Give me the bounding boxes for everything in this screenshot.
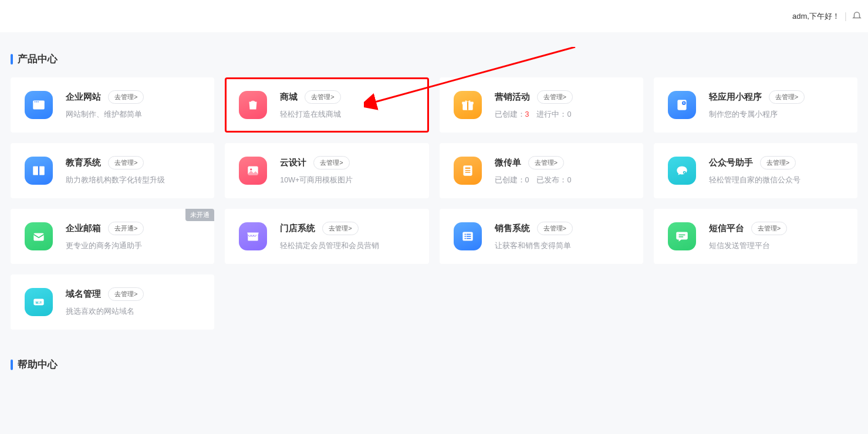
greeting-text: adm,下午好！ <box>792 11 840 22</box>
section-bar-icon <box>11 54 13 65</box>
book-icon <box>25 157 53 185</box>
manage-button[interactable]: 去管理> <box>322 222 358 235</box>
card-desc: 挑选喜欢的网站域名 <box>66 307 200 317</box>
card-title: 云设计 <box>280 157 306 168</box>
svg-rect-23 <box>466 236 471 237</box>
separator: | <box>845 11 847 22</box>
card-sms[interactable]: 短信平台 去管理> 短信发送管理平台 <box>654 209 857 264</box>
mail-icon <box>25 222 53 250</box>
card-marketing[interactable]: 营销活动 去管理> 已创建：3 进行中：0 <box>440 77 643 133</box>
section-title-text: 产品中心 <box>18 52 58 66</box>
topbar: adm,下午好！ | <box>0 0 868 32</box>
card-desc: 10W+可商用模板图片 <box>280 175 414 185</box>
card-website[interactable]: 企业网站 去管理> 网站制作、维护都简单 <box>11 77 214 133</box>
svg-rect-20 <box>464 234 465 235</box>
card-title: 门店系统 <box>280 223 315 234</box>
card-email[interactable]: 未开通 企业邮箱 去开通> 更专业的商务沟通助手 <box>11 209 214 264</box>
svg-rect-18 <box>33 233 43 241</box>
card-design[interactable]: 云设计 去管理> 10W+可商用模板图片 <box>225 143 428 198</box>
card-desc: 轻松搞定会员管理和会员营销 <box>280 241 414 251</box>
card-title: 企业邮箱 <box>66 223 101 234</box>
card-title: 企业网站 <box>66 91 101 103</box>
svg-rect-8 <box>677 100 686 110</box>
section-bar-icon <box>11 360 13 370</box>
card-desc: 已创建：3 进行中：0 <box>495 110 629 120</box>
section-title-product: 产品中心 <box>11 52 857 66</box>
domain-icon: w.= <box>25 288 53 316</box>
card-miniapp[interactable]: 轻应用小程序 去管理> 制作您的专属小程序 <box>654 77 857 133</box>
card-title: 公众号助手 <box>709 157 753 168</box>
gift-icon <box>454 91 482 119</box>
svg-rect-14 <box>465 168 470 169</box>
svg-point-9 <box>682 101 686 106</box>
card-desc: 让获客和销售变得简单 <box>495 241 629 251</box>
manage-button[interactable]: 去管理> <box>305 90 340 104</box>
wechat-icon <box>668 157 696 185</box>
card-mall[interactable]: 商城 去管理> 轻松打造在线商城 <box>225 77 428 133</box>
card-desc: 更专业的商务沟通助手 <box>66 241 200 251</box>
card-desc: 短信发送管理平台 <box>709 241 843 251</box>
card-title: 轻应用小程序 <box>709 91 762 103</box>
card-domain[interactable]: w.= 域名管理 去管理> 挑选喜欢的网站域名 <box>11 274 214 330</box>
card-title: 营销活动 <box>495 91 530 103</box>
manage-button[interactable]: 去管理> <box>751 222 787 235</box>
svg-text:w.=: w.= <box>35 300 42 304</box>
svg-rect-16 <box>465 172 470 172</box>
card-flyer[interactable]: 微传单 去管理> 已创建：0 已发布：0 <box>440 143 643 198</box>
svg-rect-24 <box>464 238 465 239</box>
unopened-badge: 未开通 <box>185 209 214 221</box>
card-title: 商城 <box>280 91 298 103</box>
svg-point-4 <box>38 101 39 103</box>
manage-button[interactable]: 去管理> <box>528 156 564 169</box>
store-icon <box>239 222 267 250</box>
svg-rect-21 <box>466 234 471 235</box>
card-title: 销售系统 <box>495 223 530 234</box>
svg-rect-26 <box>678 235 685 236</box>
svg-rect-27 <box>678 236 683 238</box>
manage-button[interactable]: 去管理> <box>108 90 144 104</box>
svg-rect-15 <box>465 170 470 171</box>
flyer-icon <box>454 157 482 185</box>
manage-button[interactable]: 去管理> <box>537 222 573 235</box>
card-desc: 网站制作、维护都简单 <box>66 110 200 120</box>
shopping-bag-icon <box>239 91 267 119</box>
miniprogram-icon <box>668 91 696 119</box>
card-store[interactable]: 门店系统 去管理> 轻松搞定会员管理和会员营销 <box>225 209 428 264</box>
svg-point-2 <box>35 101 36 103</box>
manage-button[interactable]: 去管理> <box>108 156 144 169</box>
content-area: 产品中心 企业网站 去管理> 网站制作、维护都简单 商城 <box>0 32 868 395</box>
card-wechat[interactable]: 公众号助手 去管理> 轻松管理自家的微信公众号 <box>654 143 857 198</box>
manage-button[interactable]: 去管理> <box>760 156 796 169</box>
card-desc: 助力教培机构数字化转型升级 <box>66 175 200 185</box>
list-icon <box>454 222 482 250</box>
manage-button[interactable]: 去管理> <box>108 287 144 301</box>
svg-rect-10 <box>38 166 39 175</box>
card-title: 微传单 <box>495 157 521 168</box>
card-desc: 制作您的专属小程序 <box>709 110 843 120</box>
svg-rect-22 <box>464 236 465 237</box>
manage-button[interactable]: 去管理> <box>537 90 573 104</box>
message-icon <box>668 222 696 250</box>
svg-rect-25 <box>466 238 471 239</box>
product-grid: 企业网站 去管理> 网站制作、维护都简单 商城 去管理> 轻松打造在线商城 <box>11 77 857 330</box>
svg-rect-7 <box>467 102 468 110</box>
section-title-text: 帮助中心 <box>18 358 58 371</box>
open-button[interactable]: 去开通> <box>108 222 144 235</box>
manage-button[interactable]: 去管理> <box>769 90 805 104</box>
svg-point-3 <box>36 101 37 103</box>
manage-button[interactable]: 去管理> <box>313 156 349 169</box>
card-title: 短信平台 <box>709 223 744 234</box>
card-desc: 轻松打造在线商城 <box>280 110 414 120</box>
card-education[interactable]: 教育系统 去管理> 助力教培机构数字化转型升级 <box>11 143 214 198</box>
section-title-help: 帮助中心 <box>11 358 857 371</box>
card-title: 域名管理 <box>66 289 101 300</box>
window-icon <box>25 91 53 119</box>
card-desc: 轻松管理自家的微信公众号 <box>709 175 843 185</box>
svg-point-12 <box>250 168 252 170</box>
card-sales[interactable]: 销售系统 去管理> 让获客和销售变得简单 <box>440 209 643 264</box>
image-icon <box>239 157 267 185</box>
card-desc: 已创建：0 已发布：0 <box>495 175 629 185</box>
card-title: 教育系统 <box>66 157 101 168</box>
bell-icon[interactable] <box>852 10 862 23</box>
